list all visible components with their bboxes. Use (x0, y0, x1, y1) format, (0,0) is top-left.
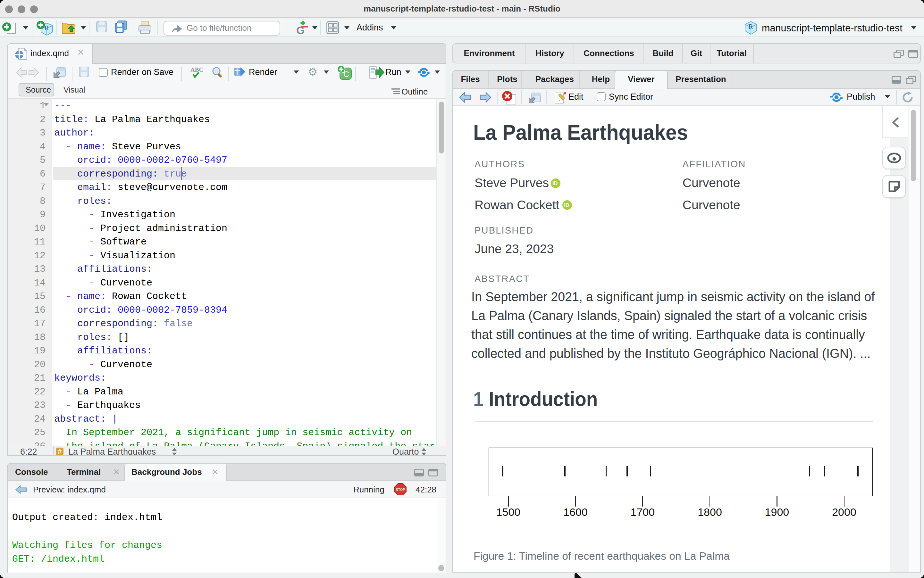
svg-text:iD: iD (552, 181, 558, 187)
svg-text:STOP: STOP (395, 488, 405, 492)
svg-text:R: R (44, 24, 49, 32)
svg-text:ABC: ABC (190, 66, 203, 73)
svg-text:R: R (748, 23, 753, 31)
svg-text:G: G (296, 24, 304, 35)
svg-text:iD: iD (564, 203, 569, 208)
